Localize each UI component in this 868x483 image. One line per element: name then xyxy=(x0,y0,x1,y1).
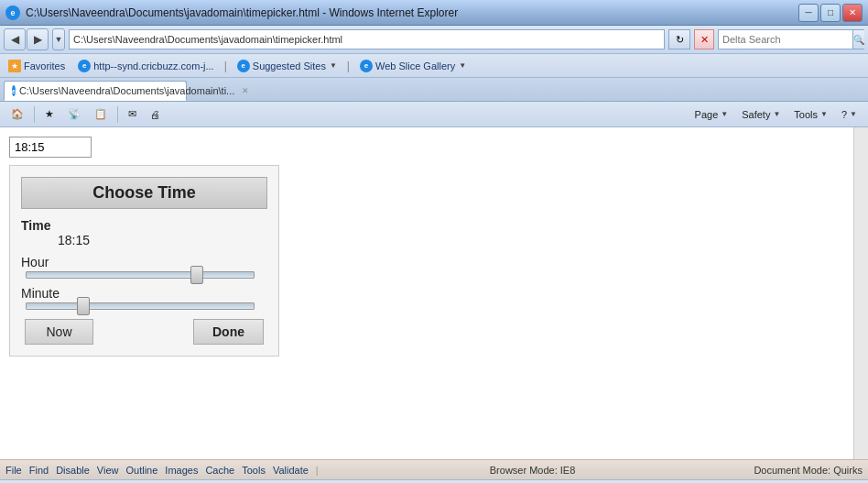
nav-buttons: ◀ ▶ xyxy=(4,28,49,50)
suggested-sites-label: Suggested Sites xyxy=(253,60,326,71)
tab-close-button[interactable]: ✕ xyxy=(242,86,249,95)
page-arrow: ▼ xyxy=(721,110,728,118)
active-tab[interactable]: e C:\Users\Naveendra\Documents\javadomai… xyxy=(4,81,187,101)
toolbar-home-button[interactable]: 🏠 xyxy=(5,105,29,123)
dev-toolbar: File Find Disable View Outline Images Ca… xyxy=(0,459,868,479)
main-toolbar: 🏠 ★ 📡 📋 ✉ 🖨 Page ▼ Safety ▼ Tools ▼ ? ▼ xyxy=(0,102,868,127)
timepicker-title: Choose Time xyxy=(21,177,267,209)
time-display: Time 18:15 xyxy=(21,218,267,247)
recent-pages-button[interactable]: ▼ xyxy=(52,28,65,50)
toolbar-feeds-button[interactable]: 📡 xyxy=(62,105,86,123)
ie-logo-icon: e xyxy=(5,5,20,20)
hour-slider-container xyxy=(21,271,267,279)
ie-icon-suggested: e xyxy=(237,60,250,72)
search-box: 🔍 xyxy=(718,29,864,49)
content-area: Choose Time Time 18:15 Hour Minute xyxy=(0,127,868,459)
toolbar-history-button[interactable]: 📋 xyxy=(89,105,113,123)
stop-button[interactable]: ✕ xyxy=(694,29,714,49)
time-value: 18:15 xyxy=(58,233,267,247)
help-arrow: ▼ xyxy=(850,110,857,118)
fav-separator-2: | xyxy=(347,60,350,72)
close-button[interactable]: ✕ xyxy=(842,4,863,22)
document-mode: Document Mode: Quirks xyxy=(754,465,863,476)
toolbar-favorites-button[interactable]: ★ xyxy=(39,105,60,123)
toolbar-sep-2 xyxy=(117,106,118,123)
hour-label: Hour xyxy=(21,255,267,269)
help-label: ? xyxy=(841,109,847,120)
dev-separator: | xyxy=(316,465,319,476)
title-bar: e C:\Users\Naveendra\Documents\javadomai… xyxy=(0,0,868,26)
toolbar-right: Page ▼ Safety ▼ Tools ▼ ? ▼ xyxy=(689,106,863,123)
dev-validate[interactable]: Validate xyxy=(273,465,309,476)
favorites-cricbuzz[interactable]: e http--synd.cricbuzz.com-j... xyxy=(75,59,216,73)
search-go-button[interactable]: 🔍 xyxy=(852,30,864,49)
window-title: C:\Users\Naveendra\Documents\javadomain\… xyxy=(26,6,458,19)
toolbar-mail-button[interactable]: ✉ xyxy=(123,105,142,123)
title-bar-left: e C:\Users\Naveendra\Documents\javadomai… xyxy=(5,5,458,20)
favorites-web-slice[interactable]: e Web Slice Gallery ▼ xyxy=(357,59,469,73)
refresh-button[interactable]: ↻ xyxy=(668,29,690,49)
dev-cache[interactable]: Cache xyxy=(205,465,234,476)
dev-view[interactable]: View xyxy=(97,465,119,476)
address-bar: ◀ ▶ ▼ ↻ ✕ 🔍 xyxy=(0,26,868,54)
favorites-suggested-sites[interactable]: e Suggested Sites ▼ xyxy=(234,59,340,73)
dev-images[interactable]: Images xyxy=(165,465,198,476)
status-bar: Done 🛡 Computer | Protected Mode: Off | … xyxy=(0,479,868,483)
ie-icon-cricbuzz: e xyxy=(78,60,91,72)
browser-content: Choose Time Time 18:15 Hour Minute xyxy=(0,127,853,459)
help-button[interactable]: ? ▼ xyxy=(836,106,863,123)
dev-outline[interactable]: Outline xyxy=(125,465,157,476)
fav-separator-1: | xyxy=(224,60,227,72)
dev-tools[interactable]: Tools xyxy=(242,465,266,476)
page-label: Page xyxy=(695,109,719,120)
minute-slider-container xyxy=(21,302,267,310)
favorites-button[interactable]: ★ Favorites xyxy=(5,59,68,73)
favorites-label: Favorites xyxy=(24,60,65,71)
tools-arrow: ▼ xyxy=(820,110,828,118)
search-input[interactable] xyxy=(719,34,852,45)
hour-slider-track[interactable] xyxy=(26,271,255,279)
favorites-bar: ★ Favorites e http--synd.cricbuzz.com-j.… xyxy=(0,54,868,78)
vertical-scrollbar[interactable] xyxy=(853,127,868,459)
safety-button[interactable]: Safety ▼ xyxy=(736,106,786,123)
minute-slider-track[interactable] xyxy=(26,302,255,310)
minute-label: Minute xyxy=(21,286,267,301)
dev-find[interactable]: Find xyxy=(29,465,49,476)
address-input[interactable] xyxy=(69,29,665,49)
cricbuzz-label: http--synd.cricbuzz.com-j... xyxy=(93,60,213,71)
window-controls: ─ □ ✕ xyxy=(798,4,863,22)
tab-bar: e C:\Users\Naveendra\Documents\javadomai… xyxy=(0,78,868,102)
star-icon: ★ xyxy=(8,60,21,72)
suggested-sites-arrow: ▼ xyxy=(330,61,337,70)
toolbar-print-button[interactable]: 🖨 xyxy=(145,106,166,123)
dev-disable[interactable]: Disable xyxy=(56,465,90,476)
toolbar-sep-1 xyxy=(34,106,35,123)
web-slice-label: Web Slice Gallery xyxy=(375,60,455,71)
time-label: Time xyxy=(21,218,50,233)
hour-slider-thumb[interactable] xyxy=(190,266,203,284)
now-button[interactable]: Now xyxy=(25,319,93,345)
back-button[interactable]: ◀ xyxy=(4,28,26,50)
tab-icon: e xyxy=(12,85,16,96)
done-button[interactable]: Done xyxy=(193,319,264,345)
minimize-button[interactable]: ─ xyxy=(798,4,819,22)
tools-button[interactable]: Tools ▼ xyxy=(788,106,833,123)
ie-icon-web-slice: e xyxy=(360,60,373,72)
page-button[interactable]: Page ▼ xyxy=(689,106,734,123)
minute-slider-thumb[interactable] xyxy=(77,297,90,315)
maximize-button[interactable]: □ xyxy=(820,4,841,22)
dev-file[interactable]: File xyxy=(5,465,22,476)
minute-slider-row: Minute xyxy=(21,286,267,310)
timepicker-widget: Choose Time Time 18:15 Hour Minute xyxy=(9,165,279,357)
tab-label: C:\Users\Naveendra\Documents\javadomain\… xyxy=(19,85,234,96)
safety-label: Safety xyxy=(742,109,770,120)
hour-slider-row: Hour xyxy=(21,255,267,279)
forward-button[interactable]: ▶ xyxy=(27,28,49,50)
tools-label: Tools xyxy=(794,109,818,120)
buttons-row: Now Done xyxy=(21,319,267,345)
toolbar-left: 🏠 ★ 📡 📋 ✉ 🖨 xyxy=(5,105,166,123)
web-slice-arrow: ▼ xyxy=(459,61,466,70)
browser-mode: Browser Mode: IE8 xyxy=(490,465,576,476)
time-input-field[interactable] xyxy=(9,137,92,158)
safety-arrow: ▼ xyxy=(773,110,780,118)
